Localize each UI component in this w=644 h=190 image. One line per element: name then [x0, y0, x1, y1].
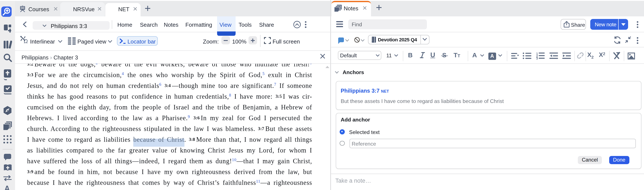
svg-text:3: 3	[536, 57, 538, 59]
